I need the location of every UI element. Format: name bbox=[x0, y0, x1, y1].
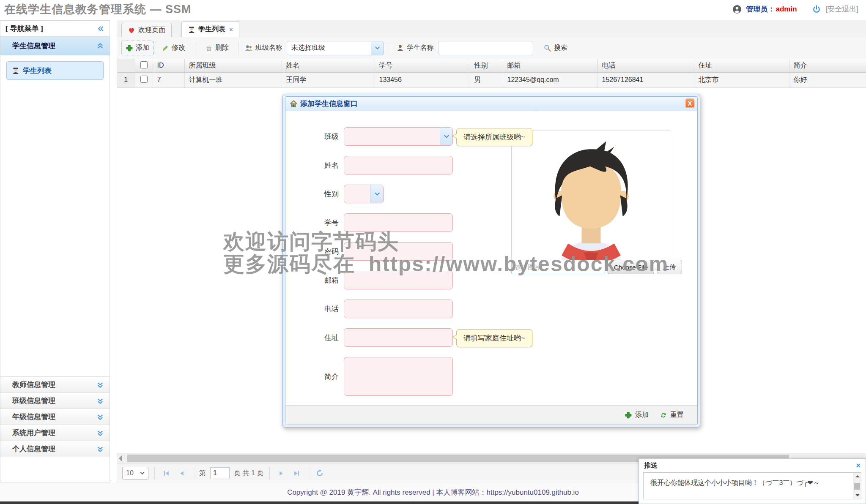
panel-label: 教师信息管理 bbox=[12, 380, 55, 390]
row-checkbox[interactable] bbox=[140, 76, 148, 83]
dialog-close-button[interactable]: X bbox=[685, 98, 695, 108]
header-checkbox-cell bbox=[135, 59, 153, 72]
scroll-up-icon[interactable] bbox=[855, 475, 860, 477]
field-label: 邮箱 bbox=[315, 275, 339, 285]
push-title-bar: 推送 × bbox=[639, 459, 866, 472]
email-input[interactable] bbox=[344, 271, 453, 289]
next-page-button[interactable] bbox=[276, 468, 287, 479]
form-row-gender: 性别 bbox=[315, 185, 384, 203]
select-all-checkbox[interactable] bbox=[140, 61, 148, 68]
logout-link[interactable]: [安全退出] bbox=[826, 4, 858, 14]
label-text: 学生名称 bbox=[407, 44, 434, 52]
dialog-title-bar[interactable]: 添加学生信息窗口 bbox=[285, 97, 697, 111]
cell-checkbox bbox=[135, 72, 153, 87]
scroll-left-icon[interactable] bbox=[119, 455, 122, 462]
phone-input[interactable] bbox=[344, 300, 453, 318]
class-combobox[interactable] bbox=[344, 127, 453, 146]
sidebar-item-label: 学生列表 bbox=[23, 66, 52, 76]
sidebar-panel-student-info[interactable]: 学生信息管理 bbox=[0, 37, 110, 55]
table-row[interactable]: 1 7 计算机一班 王同学 133456 男 122345@qq.com 152… bbox=[117, 72, 866, 87]
delete-button[interactable]: 删除 bbox=[201, 41, 233, 55]
sidebar-panel-grade[interactable]: 年级信息管理 bbox=[0, 409, 110, 425]
table-header-row: ID 所属班级 姓名 学号 性别 邮箱 电话 住址 简介 bbox=[117, 59, 866, 72]
form-row-sno: 学号 bbox=[315, 213, 453, 232]
refresh-icon[interactable] bbox=[314, 468, 325, 479]
scroll-down-icon[interactable] bbox=[855, 494, 860, 496]
toolbar-separator bbox=[195, 42, 195, 54]
prev-page-button[interactable] bbox=[176, 468, 187, 479]
form-row-password: 密码 bbox=[315, 242, 453, 261]
scrollbar-thumb[interactable] bbox=[854, 483, 860, 490]
header-name: 姓名 bbox=[282, 59, 375, 72]
sidebar-panel-teacher[interactable]: 教师信息管理 bbox=[0, 376, 110, 392]
gender-combobox[interactable] bbox=[344, 185, 384, 203]
page-number-input[interactable] bbox=[210, 467, 230, 479]
chevron-down-icon[interactable] bbox=[440, 128, 452, 145]
cell-sno: 133456 bbox=[375, 72, 470, 87]
tab-welcome[interactable]: 欢迎页面 bbox=[121, 23, 172, 37]
sidebar: [ 导航菜单 ] 学生信息管理 学生列表 教师信息管理 班级信息管理 年级信息管… bbox=[0, 20, 110, 482]
admin-name: admin bbox=[776, 5, 797, 13]
search-button[interactable]: 搜索 bbox=[543, 44, 567, 52]
form-row-intro: 简介 bbox=[315, 357, 453, 396]
field-label: 电话 bbox=[315, 304, 339, 314]
name-input[interactable] bbox=[344, 156, 453, 174]
dialog-add-button[interactable]: 添加 bbox=[625, 411, 649, 420]
sidebar-panel-class[interactable]: 班级信息管理 bbox=[0, 392, 110, 409]
pager-separator bbox=[193, 467, 193, 479]
field-label: 住址 bbox=[315, 333, 339, 343]
add-button[interactable]: 添加 bbox=[121, 41, 153, 55]
chevron-down-icon[interactable] bbox=[370, 185, 383, 203]
address-input[interactable] bbox=[344, 328, 453, 347]
file-path-input[interactable] bbox=[511, 260, 605, 274]
header-class: 所属班级 bbox=[184, 59, 282, 72]
sidebar-item-student-list[interactable]: 学生列表 bbox=[6, 61, 104, 80]
collapse-left-icon[interactable] bbox=[98, 25, 104, 32]
page-size-select[interactable]: 10 bbox=[122, 467, 148, 479]
pencil-icon bbox=[162, 44, 169, 52]
form-row-address: 住址 bbox=[315, 328, 453, 347]
student-number-input[interactable] bbox=[344, 213, 453, 232]
panel-label: 年级信息管理 bbox=[12, 412, 55, 422]
plus-icon bbox=[625, 411, 632, 419]
button-label: 添加 bbox=[635, 411, 649, 420]
sidebar-panel-system-user[interactable]: 系统用户管理 bbox=[0, 425, 110, 441]
toolbar-separator bbox=[390, 42, 390, 54]
sidebar-panel-body: 学生列表 bbox=[0, 55, 110, 376]
cell-email: 122345@qq.com bbox=[503, 72, 597, 87]
panel-label: 班级信息管理 bbox=[12, 396, 55, 406]
push-close-icon[interactable]: × bbox=[856, 462, 861, 469]
class-select[interactable]: 未选择班级 bbox=[287, 41, 384, 55]
heart-icon bbox=[128, 27, 135, 34]
cell-id: 7 bbox=[153, 72, 184, 87]
form-row-phone: 电话 bbox=[315, 300, 453, 318]
edit-button[interactable]: 修改 bbox=[158, 41, 189, 55]
chevron-down-icon bbox=[140, 471, 145, 475]
users-icon bbox=[245, 44, 253, 52]
first-page-button[interactable] bbox=[161, 468, 172, 479]
push-message: 很开心你能体现这个小小小项目哟！（づ￣3￣）づ╭❤～ bbox=[650, 479, 820, 486]
student-name-input[interactable] bbox=[438, 41, 533, 55]
class-name-label: 班级名称 bbox=[245, 44, 282, 52]
cell-rownum: 1 bbox=[117, 72, 135, 87]
copyright-text: Copyright @ 2019 黄宇辉. All rights reserve… bbox=[287, 488, 579, 497]
header-phone: 电话 bbox=[597, 59, 694, 72]
tab-close-icon[interactable]: × bbox=[229, 26, 233, 33]
dialog-reset-button[interactable]: 重置 bbox=[660, 411, 684, 420]
sidebar-panel-personal[interactable]: 个人信息管理 bbox=[0, 441, 110, 457]
tab-student-list[interactable]: 学生列表 × bbox=[181, 21, 239, 38]
push-vertical-scrollbar[interactable] bbox=[853, 473, 861, 499]
upload-button[interactable]: 上传 bbox=[657, 260, 682, 274]
chevron-down-icon[interactable] bbox=[371, 41, 384, 55]
password-input[interactable] bbox=[344, 242, 453, 261]
person-icon bbox=[396, 44, 404, 52]
cell-name: 王同学 bbox=[282, 72, 375, 87]
chevrons-down-icon bbox=[97, 414, 104, 420]
reset-icon bbox=[660, 411, 667, 419]
cell-phone: 15267126841 bbox=[597, 72, 694, 87]
intro-textarea[interactable] bbox=[344, 357, 453, 396]
choose-file-button[interactable]: Choose File bbox=[608, 260, 654, 274]
pager-separator bbox=[154, 467, 155, 479]
home-icon bbox=[290, 100, 298, 108]
last-page-button[interactable] bbox=[291, 468, 302, 479]
